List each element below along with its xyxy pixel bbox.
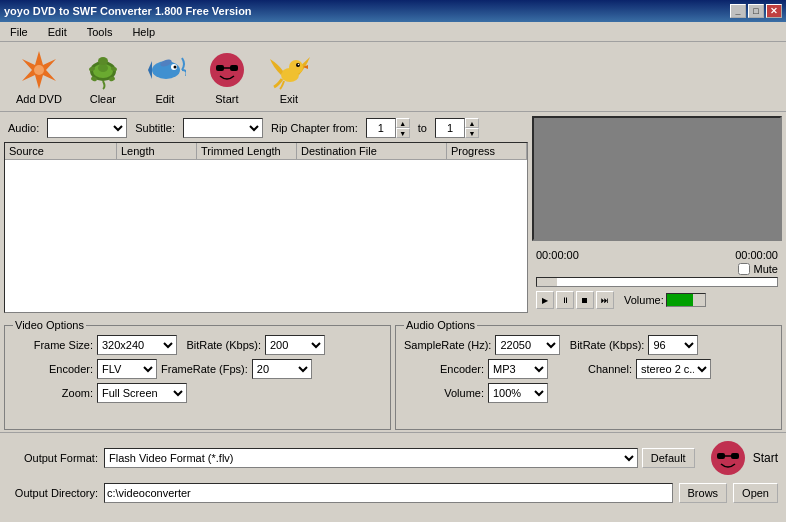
frame-size-select[interactable]: 320x240 [97,335,177,355]
svg-point-5 [98,57,108,65]
audio-volume-select[interactable]: 100% [488,383,548,403]
video-controls: 00:00:00 00:00:00 Mute ▶ ⏸ ⏹ ⏭ Volume: [532,245,782,313]
video-preview [532,116,782,241]
controls-row: Audio: Subtitle: Rip Chapter from: ▲ ▼ t… [4,116,528,140]
audio-bitrate-select[interactable]: 96 [648,335,698,355]
framerate-select[interactable]: 20 [252,359,312,379]
starfish-icon [18,49,60,91]
seek-bar[interactable] [536,277,778,287]
minimize-btn[interactable]: _ [730,4,746,18]
rip-to-input[interactable] [435,118,465,138]
exit-label: Exit [280,93,298,105]
encoder-label: Encoder: [13,363,93,375]
zoom-select[interactable]: Full Screen [97,383,187,403]
stop-button[interactable]: ⏹ [576,291,594,309]
svg-point-24 [711,441,745,475]
pause-button[interactable]: ⏸ [556,291,574,309]
audio-volume-label: Volume: [404,387,484,399]
window-title: yoyo DVD to SWF Converter 1.800 Free Ver… [4,5,252,17]
svg-rect-26 [731,453,739,459]
rip-to-spinner: ▲ ▼ [435,118,479,138]
close-btn[interactable]: ✕ [766,4,782,18]
audio-options-title: Audio Options [404,319,477,331]
svg-rect-17 [230,65,238,71]
video-bitrate-label: BitRate (Kbps): [181,339,261,351]
add-dvd-button[interactable]: Add DVD [8,47,70,107]
audio-select[interactable] [47,118,127,138]
start-toolbar-button[interactable]: Start [198,47,256,107]
format-label: Output Format: [8,452,98,464]
time-start: 00:00:00 [536,249,579,261]
rip-from-up[interactable]: ▲ [396,118,410,128]
menu-bar: File Edit Tools Help [0,22,786,42]
format-select[interactable]: Flash Video Format (*.flv) [104,448,638,468]
add-dvd-label: Add DVD [16,93,62,105]
menu-edit[interactable]: Edit [42,24,73,40]
window-controls: _ □ ✕ [730,4,782,18]
svg-point-15 [210,53,244,87]
directory-input[interactable] [104,483,673,503]
mute-label: Mute [754,263,778,275]
svg-point-20 [289,60,303,74]
rip-to-label: to [418,122,427,134]
col-progress: Progress [447,143,527,159]
rip-from-down[interactable]: ▼ [396,128,410,138]
audio-bitrate-label: BitRate (Kbps): [564,339,644,351]
zoom-label: Zoom: [13,387,93,399]
directory-row: Output Directory: Brows Open [8,483,778,503]
play-button[interactable]: ▶ [536,291,554,309]
clear-button[interactable]: Clear [74,47,132,107]
right-panel: 00:00:00 00:00:00 Mute ▶ ⏸ ⏹ ⏭ Volume: [532,116,782,313]
audio-encoder-select[interactable]: MP3 [488,359,548,379]
encoder-select[interactable]: FLV [97,359,157,379]
svg-rect-25 [717,453,725,459]
volume-slider[interactable] [666,293,706,307]
subtitle-select[interactable] [183,118,263,138]
exit-button[interactable]: Exit [260,47,318,107]
video-bitrate-select[interactable]: 200 [265,335,325,355]
audio-options-group: Audio Options SampleRate (Hz): 22050 Bit… [395,319,782,430]
rip-chapter-label: Rip Chapter from: [271,122,358,134]
volume-label: Volume: [624,294,664,306]
mute-checkbox[interactable] [738,263,750,275]
channel-select[interactable]: stereo 2 c... [636,359,711,379]
options-section: Video Options Frame Size: 320x240 BitRat… [0,317,786,432]
video-options-group: Video Options Frame Size: 320x240 BitRat… [4,319,391,430]
maximize-btn[interactable]: □ [748,4,764,18]
channel-label: Channel: [552,363,632,375]
frame-size-label: Frame Size: [13,339,93,351]
svg-rect-16 [216,65,224,71]
open-button[interactable]: Open [733,483,778,503]
rip-to-down[interactable]: ▼ [465,128,479,138]
samplerate-select[interactable]: 22050 [495,335,560,355]
clear-label: Clear [90,93,116,105]
start-bottom-label: Start [753,451,778,465]
audio-label: Audio: [8,122,39,134]
title-bar: yoyo DVD to SWF Converter 1.800 Free Ver… [0,0,786,22]
col-dest: Destination File [297,143,447,159]
rip-from-input[interactable] [366,118,396,138]
browse-button[interactable]: Brows [679,483,728,503]
samplerate-label: SampleRate (Hz): [404,339,491,351]
fish-icon [144,49,186,91]
svg-point-1 [34,65,44,75]
directory-label: Output Directory: [8,487,98,499]
svg-point-13 [173,65,176,68]
rip-to-up[interactable]: ▲ [465,118,479,128]
menu-help[interactable]: Help [126,24,161,40]
time-end: 00:00:00 [735,249,778,261]
col-trimmed: Trimmed Length [197,143,297,159]
bird-icon [268,49,310,91]
turtle-icon [82,49,124,91]
default-button[interactable]: Default [642,448,695,468]
video-options-title: Video Options [13,319,86,331]
menu-tools[interactable]: Tools [81,24,119,40]
start-label: Start [215,93,238,105]
framerate-label: FrameRate (Fps): [161,363,248,375]
edit-button[interactable]: Edit [136,47,194,107]
start-bottom-icon [707,437,749,479]
menu-file[interactable]: File [4,24,34,40]
svg-marker-11 [148,61,152,79]
end-button[interactable]: ⏭ [596,291,614,309]
start-face-icon [206,49,248,91]
